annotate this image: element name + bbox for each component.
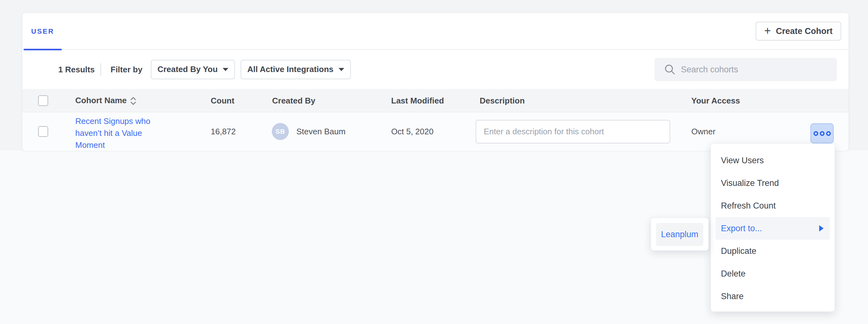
submenu-arrow-icon [819, 225, 824, 231]
menu-item-label: Export to... [721, 224, 762, 233]
filter-bar: 1 Results Filter by Created By You All A… [22, 50, 848, 89]
three-dots-icon [820, 131, 825, 136]
tab-user[interactable]: USER [24, 13, 62, 50]
last-modified-value: Oct 5, 2020 [391, 127, 433, 137]
tab-bar: USER + Create Cohort [22, 13, 848, 50]
menu-item-label: Duplicate [721, 246, 756, 256]
column-header-cohort-name[interactable]: Cohort Name [75, 96, 137, 106]
three-dots-icon [826, 131, 831, 136]
menu-item-refresh-count[interactable]: Refresh Count [711, 194, 835, 217]
results-count: 1 Results [58, 65, 95, 74]
tab-user-label: USER [31, 27, 54, 36]
row-actions-context-menu: View Users Visualize Trend Refresh Count… [711, 143, 835, 312]
column-header-description: Description [480, 96, 525, 105]
three-dots-icon [813, 131, 818, 136]
create-cohort-label: Create Cohort [776, 27, 833, 36]
access-value: Owner [691, 127, 716, 137]
create-cohort-button[interactable]: + Create Cohort [755, 22, 841, 41]
created-by-cell: SB Steven Baum [272, 123, 345, 140]
menu-item-duplicate[interactable]: Duplicate [711, 240, 835, 262]
avatar: SB [272, 123, 289, 140]
plus-icon: + [764, 25, 771, 36]
menu-item-label: Refresh Count [721, 201, 776, 211]
submenu-item-leanplum[interactable]: Leanplum [656, 223, 703, 246]
more-actions-button[interactable] [810, 123, 834, 143]
menu-item-view-users[interactable]: View Users [711, 149, 835, 172]
select-all-checkbox[interactable] [38, 95, 48, 106]
filter-by-label: Filter by [111, 65, 142, 74]
created-by-dropdown-label: Created By You [157, 65, 218, 74]
column-header-count: Count [211, 96, 234, 105]
menu-item-label: Visualize Trend [721, 178, 779, 188]
integrations-dropdown-label: All Active Integrations [247, 65, 334, 74]
cohort-name-link[interactable]: Recent Signups who haven’t hit a Value M… [75, 115, 170, 151]
menu-item-delete[interactable]: Delete [711, 262, 835, 285]
column-header-your-access: Your Access [691, 96, 740, 105]
count-value: 16,872 [211, 127, 236, 137]
column-header-last-modified: Last Modified [391, 96, 444, 105]
caret-down-icon [223, 68, 228, 71]
table-header-row: Cohort Name Count Created By Last Modifi… [22, 89, 848, 112]
search-box [654, 58, 837, 81]
created-by-dropdown[interactable]: Created By You [151, 60, 235, 79]
menu-item-label: View Users [721, 156, 764, 166]
divider [100, 63, 101, 76]
sort-arrows-icon [130, 96, 137, 106]
search-input[interactable] [681, 65, 831, 75]
description-input[interactable] [475, 120, 670, 143]
search-icon [663, 63, 677, 76]
cohorts-card: USER + Create Cohort 1 Results Filter by… [22, 12, 849, 150]
menu-item-visualize-trend[interactable]: Visualize Trend [711, 172, 835, 194]
export-submenu: Leanplum [651, 218, 709, 251]
menu-item-share[interactable]: Share [711, 285, 835, 308]
menu-item-export-to[interactable]: Export to... [716, 217, 830, 240]
column-header-created-by: Created By [272, 96, 315, 105]
menu-item-label: Share [721, 292, 744, 301]
integrations-dropdown[interactable]: All Active Integrations [241, 60, 351, 79]
column-header-label: Cohort Name [75, 96, 127, 105]
caret-down-icon [339, 68, 344, 71]
created-by-name: Steven Baum [297, 127, 345, 137]
row-checkbox[interactable] [38, 126, 48, 137]
menu-item-label: Delete [721, 269, 745, 279]
